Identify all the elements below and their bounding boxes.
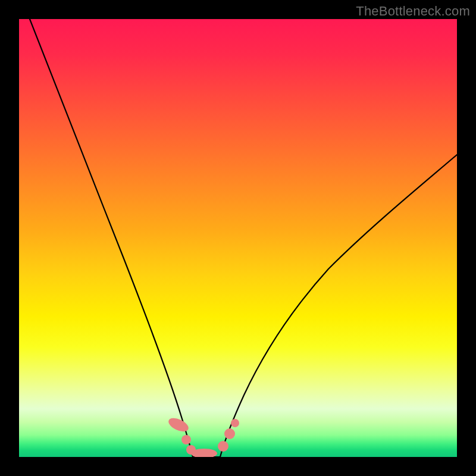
valley-markers: [167, 415, 239, 457]
marker-dot-right-3: [231, 419, 239, 427]
marker-dot-right-2: [224, 428, 235, 439]
chart-frame: TheBottleneck.com: [0, 0, 476, 476]
plot-area: [19, 19, 457, 457]
curve-layer: [19, 19, 457, 457]
right-curve: [220, 155, 457, 457]
watermark-text: TheBottleneck.com: [356, 4, 470, 19]
left-curve: [30, 19, 193, 457]
marker-dot-right-1: [218, 441, 228, 452]
marker-dot-left-1: [181, 435, 191, 444]
marker-pill-left: [167, 415, 190, 434]
